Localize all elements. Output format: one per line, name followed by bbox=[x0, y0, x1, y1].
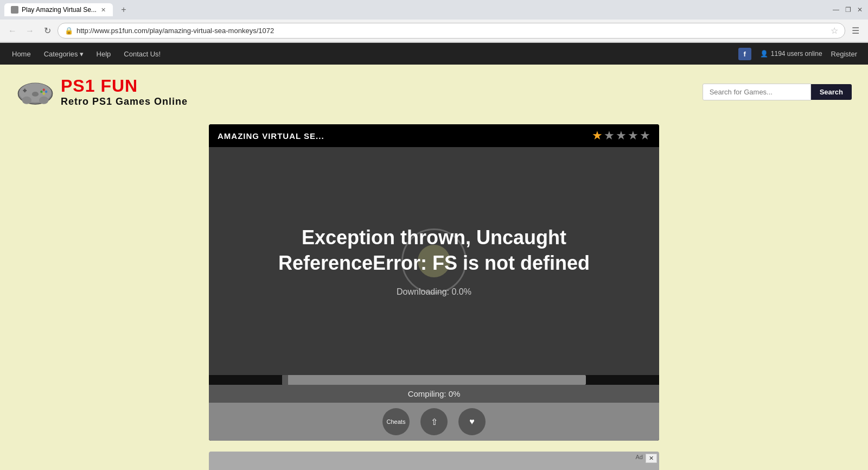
svg-point-4 bbox=[43, 88, 45, 91]
logo-title: PS1 FUN bbox=[61, 76, 188, 96]
nav-categories[interactable]: Categories ▾ bbox=[43, 45, 85, 63]
nav-home[interactable]: Home bbox=[11, 45, 32, 63]
back-button[interactable]: ← bbox=[5, 24, 20, 38]
new-tab-button[interactable]: + bbox=[117, 3, 130, 16]
users-online: 👤 1194 users online bbox=[760, 50, 822, 58]
minimize-button[interactable]: — bbox=[832, 6, 840, 14]
site-topnav: Home Categories ▾ Help Contact Us! f 👤 1… bbox=[0, 43, 868, 65]
svg-point-5 bbox=[45, 91, 47, 93]
star-rating: ★ ★ ★ ★ ★ bbox=[592, 129, 650, 143]
logo-subtitle: Retro PS1 Games Online bbox=[61, 96, 188, 107]
share-icon: ⇧ bbox=[431, 417, 438, 427]
favorite-button[interactable]: ♥ bbox=[458, 408, 486, 435]
svg-point-6 bbox=[40, 91, 42, 93]
topnav-left: Home Categories ▾ Help Contact Us! bbox=[11, 45, 738, 63]
cheats-label: Cheats bbox=[387, 418, 406, 425]
game-title: AMAZING VIRTUAL SE... bbox=[218, 131, 324, 141]
window-controls: — ❐ ✕ bbox=[832, 6, 864, 14]
svg-point-10 bbox=[32, 92, 39, 97]
ad-close-button[interactable]: ✕ bbox=[646, 454, 657, 463]
compiling-text: Compiling: 0% bbox=[408, 389, 461, 398]
browser-nav: ← → ↻ 🔒 http://www.ps1fun.com/play/amazi… bbox=[0, 20, 868, 42]
error-message: Exception thrown, Uncaught ReferenceErro… bbox=[209, 225, 659, 276]
svg-point-8 bbox=[22, 97, 32, 104]
star-5[interactable]: ★ bbox=[640, 129, 650, 143]
download-progress-bar bbox=[282, 375, 586, 385]
site-logo: PS1 FUN Retro PS1 Games Online bbox=[16, 73, 188, 111]
search-area: Search bbox=[703, 84, 852, 100]
browser-chrome: Play Amazing Virtual Se... ✕ + — ❐ ✕ ← →… bbox=[0, 0, 868, 43]
star-4[interactable]: ★ bbox=[628, 129, 639, 143]
bookmark-icon[interactable]: ☆ bbox=[831, 26, 838, 36]
ad-label: Ad bbox=[636, 454, 643, 460]
logo-text: PS1 FUN Retro PS1 Games Online bbox=[61, 76, 188, 107]
ad-container: Ad ✕ bbox=[209, 452, 659, 470]
star-3[interactable]: ★ bbox=[616, 129, 627, 143]
heart-icon: ♥ bbox=[469, 417, 475, 427]
svg-rect-3 bbox=[24, 88, 25, 92]
star-2[interactable]: ★ bbox=[604, 129, 615, 143]
compiling-area: Compiling: 0% bbox=[209, 385, 659, 403]
game-header: AMAZING VIRTUAL SE... ★ ★ ★ ★ ★ bbox=[209, 124, 659, 147]
topnav-right: f 👤 1194 users online Register bbox=[738, 48, 858, 60]
refresh-button[interactable]: ↻ bbox=[40, 24, 54, 38]
svg-point-7 bbox=[43, 92, 45, 94]
share-button[interactable]: ⇧ bbox=[420, 408, 448, 435]
main-content: AMAZING VIRTUAL SE... ★ ★ ★ ★ ★ Exceptio… bbox=[0, 119, 868, 446]
svg-point-9 bbox=[39, 97, 49, 104]
bottom-area: Ad ✕ bbox=[0, 446, 868, 470]
tab-title: Play Amazing Virtual Se... bbox=[22, 6, 97, 14]
restore-button[interactable]: ❐ bbox=[844, 6, 852, 14]
tab-favicon bbox=[11, 6, 18, 14]
search-input[interactable] bbox=[703, 84, 811, 100]
game-container: AMAZING VIRTUAL SE... ★ ★ ★ ★ ★ Exceptio… bbox=[209, 124, 659, 441]
facebook-button[interactable]: f bbox=[738, 48, 751, 60]
address-bar[interactable]: 🔒 http://www.ps1fun.com/play/amazing-vir… bbox=[58, 23, 845, 39]
register-button[interactable]: Register bbox=[831, 50, 857, 58]
game-viewport: Exception thrown, Uncaught ReferenceErro… bbox=[209, 147, 659, 375]
download-progress-fill bbox=[282, 375, 288, 385]
nav-extra: ☰ bbox=[848, 24, 863, 38]
nav-contact[interactable]: Contact Us! bbox=[123, 45, 162, 63]
controller-icon bbox=[16, 73, 54, 111]
user-icon: 👤 bbox=[760, 50, 768, 58]
forward-button[interactable]: → bbox=[23, 24, 37, 38]
url-text: http://www.ps1fun.com/play/amazing-virtu… bbox=[76, 27, 274, 35]
game-controls: Cheats ⇧ ♥ bbox=[209, 403, 659, 441]
star-1[interactable]: ★ bbox=[592, 129, 603, 143]
search-button[interactable]: Search bbox=[811, 84, 852, 100]
tab-close-button[interactable]: ✕ bbox=[100, 6, 107, 14]
secure-icon: 🔒 bbox=[65, 27, 73, 35]
site-header: PS1 FUN Retro PS1 Games Online Search bbox=[0, 65, 868, 119]
browser-tab[interactable]: Play Amazing Virtual Se... ✕ bbox=[4, 3, 113, 16]
browser-title-bar: Play Amazing Virtual Se... ✕ + — ❐ ✕ bbox=[0, 0, 868, 20]
extensions-button[interactable]: ☰ bbox=[848, 24, 863, 38]
close-button[interactable]: ✕ bbox=[856, 6, 864, 14]
cheats-button[interactable]: Cheats bbox=[382, 408, 410, 435]
nav-help[interactable]: Help bbox=[95, 45, 112, 63]
